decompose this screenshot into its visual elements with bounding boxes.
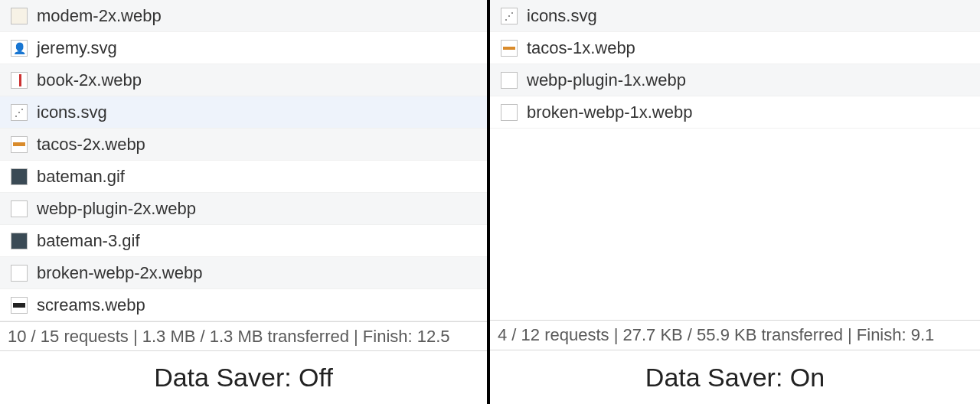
file-type-icon xyxy=(11,168,28,185)
file-name: broken-webp-1x.webp xyxy=(527,103,692,122)
file-type-icon xyxy=(11,136,28,153)
network-request-row[interactable]: webp-plugin-1x.webp xyxy=(490,64,980,96)
file-name: webp-plugin-1x.webp xyxy=(527,70,686,90)
file-name: tacos-1x.webp xyxy=(527,38,635,58)
network-request-row[interactable]: modem-2x.webp xyxy=(0,0,487,32)
network-request-row[interactable]: book-2x.webp xyxy=(0,64,487,96)
file-name: bateman.gif xyxy=(37,167,125,187)
panel-data-saver-off: modem-2x.webpjeremy.svgbook-2x.webpicons… xyxy=(0,0,490,404)
network-status-bar-left: 10 / 15 requests | 1.3 MB / 1.3 MB trans… xyxy=(0,321,487,351)
network-request-row[interactable]: icons.svg xyxy=(490,0,980,32)
file-type-icon xyxy=(11,297,28,314)
network-request-row[interactable]: screams.webp xyxy=(0,289,487,321)
network-request-row[interactable]: icons.svg xyxy=(0,96,487,129)
file-type-icon xyxy=(11,200,28,217)
file-name: modem-2x.webp xyxy=(37,6,162,26)
file-name: jeremy.svg xyxy=(37,38,117,58)
file-name: book-2x.webp xyxy=(37,70,142,90)
file-name: webp-plugin-2x.webp xyxy=(37,199,196,219)
file-type-icon xyxy=(501,40,518,57)
file-name: bateman-3.gif xyxy=(37,231,140,251)
caption-text: Data Saver: Off xyxy=(154,363,333,393)
caption-text: Data Saver: On xyxy=(645,363,825,393)
file-type-icon xyxy=(11,104,28,121)
comparison-container: modem-2x.webpjeremy.svgbook-2x.webpicons… xyxy=(0,0,980,404)
network-request-row[interactable]: bateman.gif xyxy=(0,161,487,193)
file-type-icon xyxy=(501,8,518,24)
spacer xyxy=(490,129,980,320)
file-type-icon xyxy=(11,8,28,24)
file-name: screams.webp xyxy=(37,295,145,315)
file-type-icon xyxy=(11,72,28,89)
network-request-row[interactable]: bateman-3.gif xyxy=(0,225,487,257)
network-status-bar-right: 4 / 12 requests | 27.7 KB / 55.9 KB tran… xyxy=(490,320,980,350)
file-type-icon xyxy=(501,72,518,89)
panel-data-saver-on: icons.svgtacos-1x.webpwebp-plugin-1x.web… xyxy=(490,0,980,404)
file-name: tacos-2x.webp xyxy=(37,135,145,155)
network-request-row[interactable]: tacos-2x.webp xyxy=(0,129,487,161)
file-name: icons.svg xyxy=(37,103,107,122)
caption-left: Data Saver: Off xyxy=(0,351,487,404)
status-text: 10 / 15 requests | 1.3 MB / 1.3 MB trans… xyxy=(8,327,450,347)
file-list-right: icons.svgtacos-1x.webpwebp-plugin-1x.web… xyxy=(490,0,980,129)
network-request-row[interactable]: broken-webp-2x.webp xyxy=(0,257,487,289)
network-request-row[interactable]: jeremy.svg xyxy=(0,32,487,64)
file-name: broken-webp-2x.webp xyxy=(37,263,202,283)
file-name: icons.svg xyxy=(527,6,597,26)
caption-right: Data Saver: On xyxy=(490,350,980,404)
network-request-row[interactable]: broken-webp-1x.webp xyxy=(490,96,980,129)
file-type-icon xyxy=(11,40,28,57)
file-type-icon xyxy=(11,233,28,249)
file-type-icon xyxy=(501,104,518,121)
network-request-row[interactable]: tacos-1x.webp xyxy=(490,32,980,64)
file-list-left: modem-2x.webpjeremy.svgbook-2x.webpicons… xyxy=(0,0,487,321)
network-request-row[interactable]: webp-plugin-2x.webp xyxy=(0,193,487,225)
status-text: 4 / 12 requests | 27.7 KB / 55.9 KB tran… xyxy=(498,325,934,345)
file-type-icon xyxy=(11,265,28,282)
